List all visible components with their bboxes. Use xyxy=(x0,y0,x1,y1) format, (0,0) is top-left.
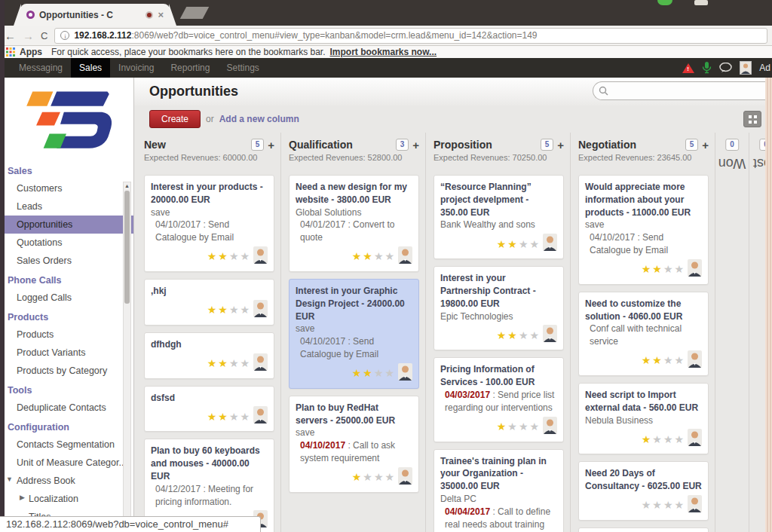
star-filled-icon[interactable]: ★ xyxy=(497,239,507,249)
kanban-folded-column-won[interactable]: 0 Won xyxy=(715,133,749,532)
salesperson-avatar[interactable] xyxy=(543,325,557,345)
sidebar-item-address-book[interactable]: ▼Address Book xyxy=(0,472,133,490)
star-filled-icon[interactable]: ★ xyxy=(352,368,362,378)
star-filled-icon[interactable]: ★ xyxy=(218,251,228,261)
forward-icon[interactable]: → xyxy=(23,30,34,41)
star-empty-icon[interactable]: ★ xyxy=(674,500,684,510)
create-button[interactable]: Create xyxy=(149,110,201,128)
star-filled-icon[interactable]: ★ xyxy=(218,304,228,315)
chat-bubble-icon[interactable] xyxy=(719,63,732,73)
star-empty-icon[interactable]: ★ xyxy=(674,355,684,365)
caret-icon[interactable]: ▶ xyxy=(20,494,25,501)
star-empty-icon[interactable]: ★ xyxy=(384,472,394,482)
star-empty-icon[interactable]: ★ xyxy=(674,264,684,274)
page-scrollbar[interactable] xyxy=(765,78,772,532)
search-box[interactable] xyxy=(593,81,772,100)
salesperson-avatar[interactable] xyxy=(398,363,412,384)
star-empty-icon[interactable]: ★ xyxy=(529,330,539,341)
star-empty-icon[interactable]: ★ xyxy=(229,411,239,422)
star-empty-icon[interactable]: ★ xyxy=(374,472,384,482)
kanban-view-switcher[interactable] xyxy=(743,111,761,127)
browser-tab[interactable]: Opportunities - C × xyxy=(20,4,170,26)
star-empty-icon[interactable]: ★ xyxy=(384,368,394,378)
add-card-icon[interactable]: + xyxy=(557,139,564,151)
kanban-card[interactable]: Need script to Import external data - 56… xyxy=(578,383,709,454)
star-empty-icon[interactable]: ★ xyxy=(529,421,539,432)
star-empty-icon[interactable]: ★ xyxy=(240,251,250,261)
back-icon[interactable]: ← xyxy=(5,30,16,41)
star-empty-icon[interactable]: ★ xyxy=(384,251,394,261)
salesperson-avatar[interactable] xyxy=(398,467,412,488)
sidebar-item-products-by-category[interactable]: Products by Category xyxy=(0,362,133,380)
salesperson-avatar[interactable] xyxy=(253,246,268,267)
sidebar-item-products[interactable]: Products xyxy=(0,326,133,344)
star-empty-icon[interactable]: ★ xyxy=(519,330,528,341)
topnav-item-sales[interactable]: Sales xyxy=(71,58,110,78)
kanban-card[interactable]: Need to customize the solution - 4060.00… xyxy=(578,292,709,376)
star-empty-icon[interactable]: ★ xyxy=(663,434,673,445)
star-empty-icon[interactable]: ★ xyxy=(663,264,673,274)
star-empty-icon[interactable]: ★ xyxy=(240,304,250,315)
import-bookmarks-link[interactable]: Import bookmarks now... xyxy=(330,47,437,57)
kanban-card[interactable]: Would appreciate more information about … xyxy=(578,175,709,285)
add-card-icon[interactable]: + xyxy=(268,139,274,151)
kanban-card[interactable]: Plan to buy RedHat servers - 25000.00 EU… xyxy=(289,396,419,493)
star-empty-icon[interactable]: ★ xyxy=(642,500,651,510)
salesperson-avatar[interactable] xyxy=(543,234,557,254)
reload-icon[interactable]: C xyxy=(41,30,47,41)
star-filled-icon[interactable]: ★ xyxy=(363,251,372,261)
sidebar-item-deduplicate-contacts[interactable]: Deduplicate Contacts xyxy=(0,399,133,417)
sidebar-item-sales-orders[interactable]: Sales Orders xyxy=(0,252,133,270)
salesperson-avatar[interactable] xyxy=(398,246,412,267)
star-filled-icon[interactable]: ★ xyxy=(218,358,228,368)
star-filled-icon[interactable]: ★ xyxy=(207,411,217,422)
kanban-card[interactable]: Interest in your Graphic Design Project … xyxy=(289,279,419,389)
salesperson-avatar[interactable] xyxy=(688,495,702,515)
star-empty-icon[interactable]: ★ xyxy=(240,411,250,422)
star-empty-icon[interactable]: ★ xyxy=(663,355,673,365)
star-filled-icon[interactable]: ★ xyxy=(507,239,517,249)
star-filled-icon[interactable]: ★ xyxy=(352,472,362,482)
sidebar-item-opportunities[interactable]: Opportunities xyxy=(0,216,133,234)
kanban-card[interactable]: Trainee's training plan in your Organiza… xyxy=(433,449,564,532)
star-filled-icon[interactable]: ★ xyxy=(363,368,372,378)
star-filled-icon[interactable]: ★ xyxy=(642,434,651,445)
star-filled-icon[interactable]: ★ xyxy=(497,330,507,341)
username-label[interactable]: Ad xyxy=(759,63,770,73)
kanban-card[interactable]: ,hkj ★★★★ xyxy=(144,279,274,326)
kanban-card[interactable]: “Resource Planning” project develpment -… xyxy=(433,175,564,259)
sidebar-item-unit-of-measure-categor-[interactable]: Unit of Measure Categor... xyxy=(0,454,133,472)
star-filled-icon[interactable]: ★ xyxy=(218,411,228,422)
star-empty-icon[interactable]: ★ xyxy=(229,304,239,315)
sidebar-item-customers[interactable]: Customers xyxy=(0,179,133,197)
star-empty-icon[interactable]: ★ xyxy=(229,358,239,368)
star-empty-icon[interactable]: ★ xyxy=(519,421,528,432)
salesperson-avatar[interactable] xyxy=(543,417,557,437)
kanban-card[interactable]: Pricing Information of Services - 100.00… xyxy=(433,357,564,442)
warning-icon[interactable]: ! xyxy=(682,63,694,73)
user-avatar[interactable] xyxy=(740,61,752,75)
star-empty-icon[interactable]: ★ xyxy=(652,500,662,510)
scroll-thumb[interactable] xyxy=(124,191,130,304)
add-column-link[interactable]: Add a new column xyxy=(219,114,299,124)
star-filled-icon[interactable]: ★ xyxy=(207,251,217,261)
salesperson-avatar[interactable] xyxy=(688,429,702,449)
kanban-card[interactable]: Interest in your products - 20000.00 EUR… xyxy=(144,175,274,272)
salesperson-avatar[interactable] xyxy=(253,353,268,374)
star-empty-icon[interactable]: ★ xyxy=(240,358,250,368)
star-filled-icon[interactable]: ★ xyxy=(507,330,517,341)
star-filled-icon[interactable]: ★ xyxy=(642,264,651,274)
topnav-item-messaging[interactable]: Messaging xyxy=(11,58,71,78)
url-bar[interactable]: i 192.168.2.112:8069/web?db=voice_contro… xyxy=(54,28,767,44)
search-input[interactable] xyxy=(612,86,755,96)
microphone-icon[interactable] xyxy=(702,62,712,74)
star-empty-icon[interactable]: ★ xyxy=(363,472,372,482)
topnav-item-invoicing[interactable]: Invoicing xyxy=(110,58,162,78)
sidebar-item-contacts-segmentation[interactable]: Contacts Segmentation xyxy=(0,436,133,454)
kanban-card[interactable]: Want to subscribe to your online solutio… xyxy=(578,527,709,532)
salesperson-avatar[interactable] xyxy=(688,259,702,280)
topnav-item-reporting[interactable]: Reporting xyxy=(162,58,218,78)
sidebar-scrollbar[interactable]: ▲ ▼ xyxy=(123,182,131,523)
add-card-icon[interactable]: + xyxy=(412,139,419,151)
star-empty-icon[interactable]: ★ xyxy=(229,251,239,261)
